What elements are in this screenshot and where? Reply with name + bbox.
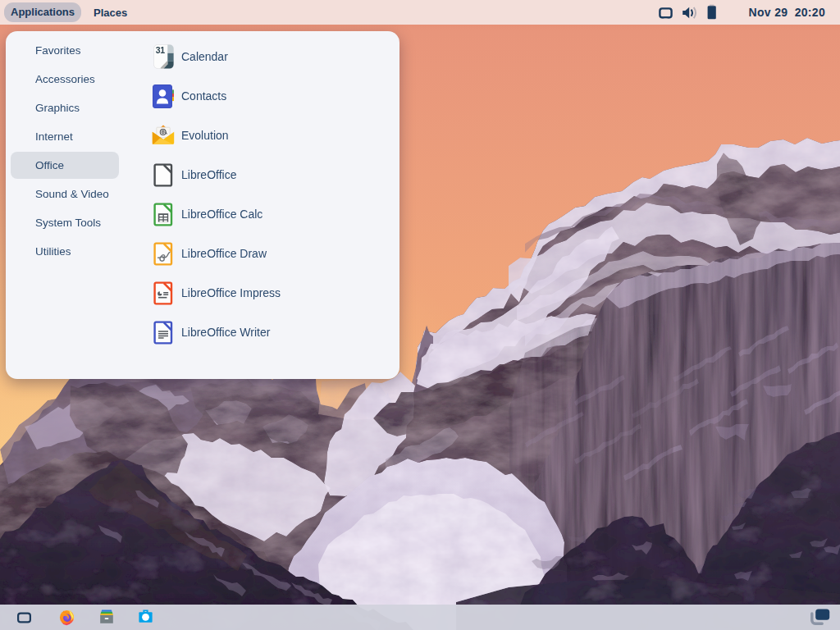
svg-text:31: 31 bbox=[155, 45, 164, 55]
